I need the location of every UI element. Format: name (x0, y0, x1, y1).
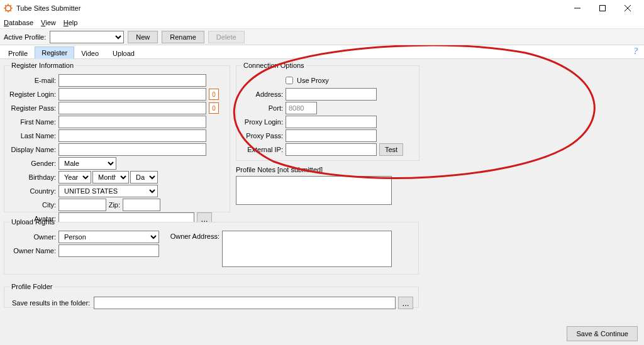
birthday-year-select[interactable]: Year (58, 171, 91, 183)
city-input[interactable] (58, 199, 106, 211)
proxy-pass-label: Proxy Pass: (242, 132, 286, 140)
tab-profile[interactable]: Profile (1, 47, 35, 59)
maximize-button[interactable] (590, 0, 615, 16)
lastname-label: Last Name: (9, 132, 58, 140)
use-proxy-checkbox[interactable] (286, 77, 293, 84)
proxy-address-input[interactable] (286, 88, 377, 101)
proxy-login-label: Proxy Login: (242, 118, 286, 126)
zip-label: Zip: (106, 201, 123, 209)
register-login-input[interactable] (58, 88, 206, 101)
owner-label: Owner: (9, 233, 58, 241)
birthday-month-select[interactable]: Month (92, 171, 129, 183)
country-label: Country: (9, 187, 58, 195)
firstname-label: First Name: (9, 118, 58, 126)
group-upload-legend: Upload Rights (9, 218, 57, 226)
use-proxy-label: Use Proxy (297, 77, 329, 84)
external-ip-label: External IP: (242, 146, 286, 153)
menu-bar: Database View Help (0, 16, 644, 29)
profile-notes-textarea[interactable] (236, 176, 392, 205)
lastname-input[interactable] (58, 129, 206, 142)
email-label: E-mail: (9, 77, 58, 84)
rename-button[interactable]: Rename (162, 31, 204, 43)
proxy-address-label: Address: (242, 90, 286, 98)
save-continue-button[interactable]: Save & Continue (567, 326, 638, 341)
group-upload-rights: Upload Rights Owner: Person Owner Name: … (4, 218, 419, 275)
title-bar: Tube Sites Submitter (0, 0, 644, 16)
minimize-button[interactable] (565, 0, 590, 16)
city-label: City: (9, 201, 58, 209)
firstname-input[interactable] (58, 116, 206, 128)
owner-select[interactable]: Person (58, 231, 159, 243)
menu-help[interactable]: Help (64, 19, 78, 26)
register-pass-label: Register Pass: (9, 104, 58, 112)
birthday-label: Birthday: (9, 173, 58, 181)
owner-address-textarea[interactable] (222, 231, 392, 267)
group-profile-folder: Profile Folder Save results in the folde… (4, 283, 419, 308)
folder-path-input[interactable] (94, 297, 396, 309)
proxy-login-input[interactable] (286, 116, 377, 128)
svg-line-6 (10, 10, 11, 11)
active-profile-select[interactable] (50, 31, 124, 43)
group-connection-legend: Connection Options (242, 62, 306, 69)
svg-line-7 (5, 10, 6, 11)
app-icon (4, 4, 13, 13)
close-button[interactable] (615, 0, 640, 16)
owner-name-label: Owner Name: (9, 247, 58, 255)
register-pass-counter: 0 (209, 102, 219, 114)
svg-line-8 (10, 5, 11, 6)
tab-video[interactable]: Video (74, 47, 106, 59)
register-pass-input[interactable] (58, 102, 206, 114)
birthday-day-select[interactable]: Day (130, 171, 158, 183)
active-profile-label: Active Profile: (4, 33, 46, 41)
proxy-pass-input[interactable] (286, 129, 377, 142)
group-register-information: Register Information E-mail: Register Lo… (4, 62, 230, 212)
profile-notes-legend: Profile Notes [not submitted] (236, 166, 419, 173)
help-icon[interactable]: ? (633, 47, 638, 57)
menu-database[interactable]: Database (4, 19, 33, 26)
owner-name-input[interactable] (58, 244, 159, 257)
displayname-label: Display Name: (9, 146, 58, 153)
svg-rect-10 (600, 6, 606, 11)
gender-select[interactable]: Male (58, 157, 116, 170)
group-folder-legend: Profile Folder (9, 283, 54, 290)
menu-view[interactable]: View (41, 19, 56, 26)
register-login-counter: 0 (209, 89, 219, 100)
folder-browse-button[interactable]: ... (398, 297, 413, 309)
proxy-port-label: Port: (242, 104, 286, 112)
displayname-input[interactable] (58, 143, 206, 156)
country-select[interactable]: UNITED STATES (58, 185, 158, 197)
window-title: Tube Sites Submitter (16, 4, 80, 12)
delete-button[interactable]: Delete (208, 31, 245, 43)
svg-line-5 (5, 5, 6, 6)
group-connection-options: Connection Options Use Proxy Address: Po… (236, 62, 419, 161)
new-button[interactable]: New (128, 31, 158, 43)
toolbar: Active Profile: New Rename Delete (0, 29, 644, 45)
proxy-port-input[interactable] (286, 102, 317, 114)
gender-label: Gender: (9, 160, 58, 167)
owner-address-label: Owner Address: (165, 231, 222, 240)
tab-register[interactable]: Register (35, 47, 74, 59)
group-register-legend: Register Information (9, 62, 75, 69)
folder-save-label: Save results in the folder: (9, 299, 91, 307)
page-body: Register Information E-mail: Register Lo… (0, 59, 644, 345)
tab-bar: Profile Register Video Upload ? (0, 45, 644, 59)
zip-input[interactable] (123, 199, 160, 211)
test-button[interactable]: Test (379, 143, 403, 156)
tab-upload[interactable]: Upload (106, 47, 142, 59)
email-input[interactable] (58, 74, 206, 87)
external-ip-input[interactable] (286, 143, 377, 156)
register-login-label: Register Login: (9, 90, 58, 98)
